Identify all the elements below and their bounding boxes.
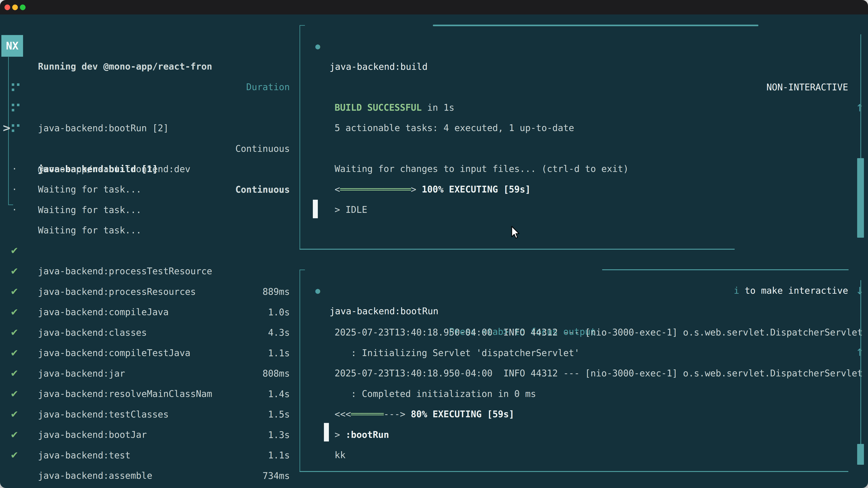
waiting-dot-icon: · xyxy=(12,199,17,220)
typed-input: kk xyxy=(335,450,345,460)
task-bullet-icon: ● xyxy=(315,36,320,57)
task-row-bootrun[interactable]: java-backend:bootRun [2] Continuous xyxy=(0,77,298,97)
log-line: : Initializing Servlet 'dispatcherServle… xyxy=(313,322,580,343)
completed-task-row[interactable]: ✔ java-backend:bootJar 1.1s xyxy=(0,383,298,404)
build-pane-text-cursor xyxy=(313,200,318,218)
bootrun-prompt-line: > :bootRun xyxy=(313,404,389,424)
build-success-line: BUILD SUCCESSFUL in 1s xyxy=(313,77,454,97)
completed-task-row[interactable]: ✔ java-backend:testClasses 1.3s xyxy=(0,363,298,384)
spinner-icon xyxy=(12,124,14,127)
bootrun-progress-line: <<<══════---> 80% EXECUTING [59s] xyxy=(313,383,514,404)
completed-task-row[interactable]: ✔ java-backend:resolveMainClassNam 1.5s xyxy=(0,343,298,363)
completed-task-row[interactable]: ✔ java-backend:processTestResource 889ms xyxy=(0,220,298,240)
non-interactive-badge: NON-INTERACTIVE xyxy=(767,77,848,98)
scroll-down-icon[interactable]: ↓ xyxy=(856,281,864,301)
task-row-frontend-dev[interactable]: @mono-app/react-frontend:dev Continuous xyxy=(0,118,298,138)
build-pane-header-rule xyxy=(433,25,758,26)
completed-task-row[interactable]: ✔ java-backend:test 734ms xyxy=(0,404,298,424)
bootrun-pane-footer: ↓ xyxy=(0,461,868,482)
sidebar-header: Running dev @mono-app/react-fron Duratio… xyxy=(0,36,298,56)
window-titlebar xyxy=(0,0,868,14)
build-pane-title: java-backend:build xyxy=(330,57,428,77)
task-duration: 774ms xyxy=(263,486,290,488)
log-line: 2025-07-23T13:40:18.950-04:00 INFO 44312… xyxy=(313,302,863,322)
build-pane-scrollbar-thumb[interactable] xyxy=(857,158,864,238)
build-pane-border-left xyxy=(300,25,300,250)
task-row-waiting-3[interactable]: · Waiting for task... xyxy=(0,179,298,199)
mouse-pointer-icon xyxy=(511,226,522,242)
progress-label: 100% EXECUTING [59s] xyxy=(422,184,531,195)
bootrun-input-line[interactable]: kk xyxy=(313,424,346,445)
task-row-waiting-2[interactable]: · Waiting for task... xyxy=(0,159,298,179)
build-pane-footer: i to make interactive ↓ xyxy=(0,239,868,260)
maximize-button-icon[interactable] xyxy=(20,4,26,10)
interactive-hint-key: i xyxy=(734,285,739,296)
log-line: : Completed initialization in 0 ms xyxy=(313,363,536,384)
progress-close-bracket: > xyxy=(411,184,416,195)
bootrun-pane-text-cursor xyxy=(324,423,329,442)
progress-label: 80% EXECUTING [59s] xyxy=(411,409,515,419)
sidebar-title: Running dev @mono-app/react-fron xyxy=(38,56,212,77)
build-progress-line: <═════════════> 100% EXECUTING [59s] xyxy=(313,159,530,179)
prompt-command: :bootRun xyxy=(346,429,389,440)
bootrun-pane-scrollbar-track[interactable] xyxy=(860,280,861,445)
build-tasks-summary-line: 5 actionable tasks: 4 executed, 1 up-to-… xyxy=(313,97,574,118)
minimize-button-icon[interactable] xyxy=(12,4,18,10)
task-label: Waiting for task... xyxy=(38,200,142,220)
close-button-icon[interactable] xyxy=(4,4,10,10)
completed-task-row[interactable]: ✔ java-backend:classes 1.1s xyxy=(0,281,298,302)
task-row-waiting-1[interactable]: · Waiting for task... xyxy=(0,138,298,159)
scroll-down-icon[interactable]: ↓ xyxy=(856,482,864,488)
build-waiting-line: Waiting for changes to input files... (c… xyxy=(313,138,629,159)
app-window: NX Running dev @mono-app/react-fron Dura… xyxy=(0,0,868,488)
completed-task-row[interactable]: ✔ java-backend:assemble 774ms xyxy=(0,424,298,445)
task-row-build-selected[interactable]: > java-backend:build [1] Continuous xyxy=(0,97,298,118)
build-idle-line: > IDLE xyxy=(313,179,367,199)
task-bullet-icon: ● xyxy=(315,281,320,301)
interactive-hint-text: to make interactive xyxy=(739,285,848,296)
completed-task-row[interactable]: ✔ java-backend:jar 1.4s xyxy=(0,322,298,343)
log-line: 2025-07-23T13:40:18.950-04:00 INFO 44312… xyxy=(313,343,863,363)
completed-task-row[interactable]: ✔ java-backend:compileTestJava 808ms xyxy=(0,302,298,322)
build-pane-scrollbar-track[interactable] xyxy=(860,34,861,159)
bootrun-pane-header-rule xyxy=(602,269,848,270)
bootrun-pane-border-left xyxy=(300,269,300,472)
scroll-up-icon[interactable]: ↑ xyxy=(856,98,864,118)
